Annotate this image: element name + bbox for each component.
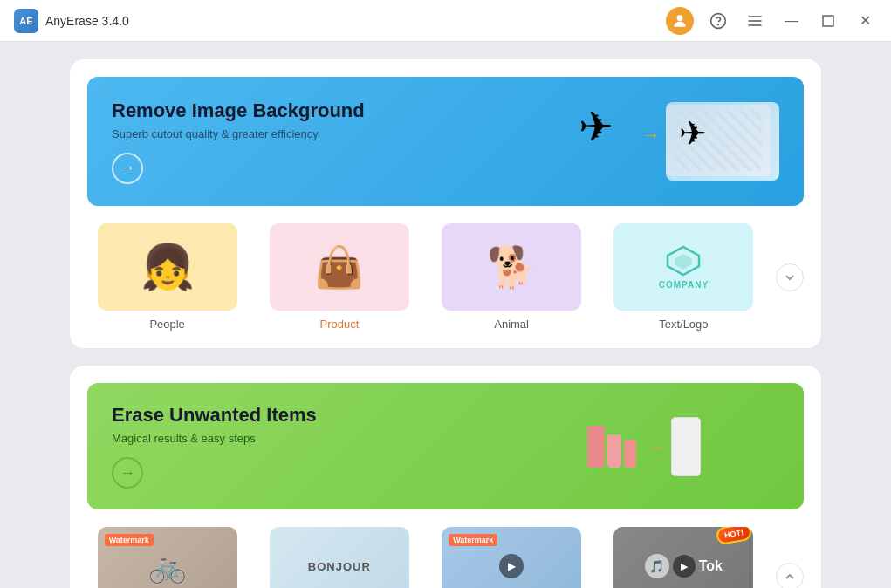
erase-banner-subtitle: Magical results & easy steps — [112, 432, 317, 445]
erase-chevron-up[interactable] — [776, 563, 804, 589]
banner-subtitle: Superb cutout quality & greater efficien… — [112, 127, 365, 140]
banner-text: Remove Image Background Superb cutout qu… — [112, 99, 365, 184]
app-logo: AE — [14, 9, 38, 33]
erase-item-video-watermark[interactable]: Watermark ▶ Video Watermark — [432, 527, 592, 588]
app-title: AnyErase 3.4.0 — [45, 14, 129, 28]
titlebar-right: — ✕ — [666, 7, 877, 35]
close-button[interactable]: ✕ — [853, 9, 877, 33]
main-content: Remove Image Background Superb cutout qu… — [0, 42, 891, 588]
watermark-overlay-label: Watermark — [105, 534, 154, 546]
erase-banner-image: → — [587, 407, 779, 486]
maximize-button[interactable] — [816, 9, 840, 33]
banner-arrow-button[interactable]: → — [112, 153, 143, 184]
remove-background-card: Remove Image Background Superb cutout qu… — [70, 59, 821, 348]
minimize-button[interactable]: — — [779, 9, 804, 33]
help-icon[interactable] — [706, 9, 730, 33]
people-thumb: 👧 — [98, 223, 237, 311]
svg-marker-8 — [675, 254, 692, 270]
erase-items-card: Erase Unwanted Items Magical results & e… — [70, 366, 821, 588]
titlebar-left: AE AnyErase 3.4.0 — [14, 9, 129, 33]
erase-item-text[interactable]: BONJOUR Text — [259, 527, 419, 588]
category-grid: 👧 People 👜 Product 🐕 Animal — [87, 223, 804, 331]
svg-rect-6 — [823, 16, 833, 26]
product-thumb: 👜 — [270, 223, 409, 311]
company-logo-display: COMPANY — [659, 245, 709, 290]
banner-image: ✈ → ✈ — [579, 98, 779, 185]
svg-point-2 — [718, 24, 719, 24]
people-label: People — [149, 318, 184, 331]
titlebar: AE AnyErase 3.4.0 — — [0, 0, 891, 42]
product-label: Product — [319, 318, 359, 331]
play-icon: ▶ — [499, 554, 524, 578]
textlogo-label: Text/Logo — [659, 318, 708, 331]
text-thumb: BONJOUR — [270, 527, 409, 588]
tiktok-play-icon: ▶ — [673, 555, 696, 578]
category-item-animal[interactable]: 🐕 Animal — [432, 223, 592, 331]
animal-label: Animal — [494, 318, 529, 331]
erase-banner: Erase Unwanted Items Magical results & e… — [87, 383, 804, 509]
erase-item-tiktok[interactable]: HOT! 🎵 ▶ Tok TikTok Logo — [604, 527, 764, 588]
erase-banner-button[interactable]: → — [112, 457, 143, 489]
category-item-people[interactable]: 👧 People — [87, 223, 247, 331]
bike-icon: 🚲 — [148, 549, 187, 585]
banner-title: Remove Image Background — [112, 99, 365, 122]
textlogo-thumb: COMPANY — [613, 223, 753, 311]
svg-point-0 — [677, 15, 683, 21]
erase-banner-text: Erase Unwanted Items Magical results & e… — [112, 404, 317, 489]
animal-thumb: 🐕 — [442, 223, 581, 311]
video-watermark-thumb: Watermark ▶ — [442, 527, 581, 588]
menu-icon[interactable] — [743, 9, 767, 33]
video-wm-overlay-label: Watermark — [449, 534, 497, 546]
category-item-product[interactable]: 👜 Product — [259, 223, 419, 331]
watermark-thumb: Watermark 🚲 — [98, 527, 237, 588]
category-item-textlogo[interactable]: COMPANY Text/Logo — [604, 223, 764, 331]
remove-bg-banner: Remove Image Background Superb cutout qu… — [87, 77, 804, 206]
tiktok-thumb: HOT! 🎵 ▶ Tok — [613, 527, 753, 588]
erase-items-grid: Watermark 🚲 Watermark BONJOUR Text Water… — [87, 527, 804, 588]
category-chevron-down[interactable] — [776, 263, 804, 291]
user-avatar-icon[interactable] — [666, 7, 694, 35]
erase-banner-title: Erase Unwanted Items — [112, 404, 317, 427]
erase-item-watermark[interactable]: Watermark 🚲 Watermark — [87, 527, 247, 588]
text-preview: BONJOUR — [270, 527, 409, 588]
